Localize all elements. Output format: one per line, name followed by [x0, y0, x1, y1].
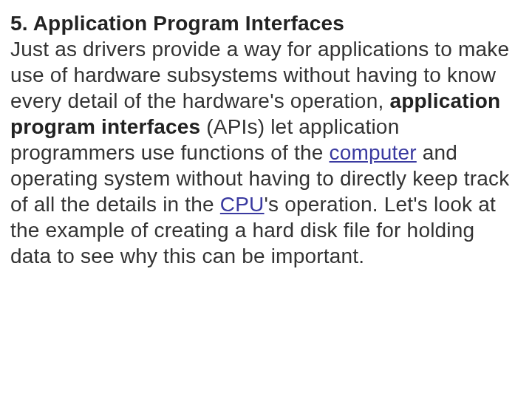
paragraph: 5. Application Program Interfaces Just a… — [10, 10, 520, 269]
document-page: 5. Application Program Interfaces Just a… — [0, 0, 532, 269]
link-cpu[interactable]: CPU — [220, 193, 265, 216]
section-heading: 5. Application Program Interfaces — [10, 12, 344, 35]
link-computer[interactable]: computer — [329, 141, 416, 164]
